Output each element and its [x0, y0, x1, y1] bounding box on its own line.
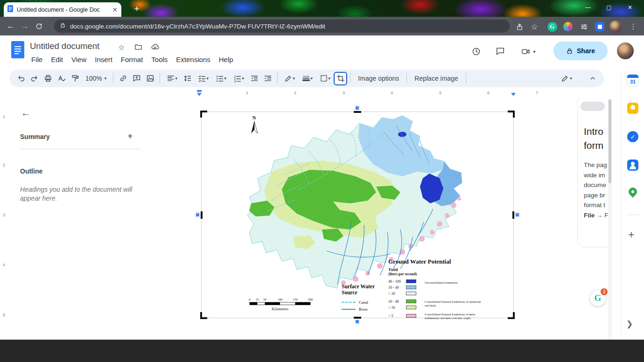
window-minimize-button[interactable]: —: [581, 4, 595, 11]
grammarly-extension-icon[interactable]: G: [546, 21, 558, 33]
hide-menus-button[interactable]: [586, 72, 599, 85]
add-comment-button[interactable]: [130, 72, 143, 85]
extension-sliders-icon[interactable]: [578, 21, 590, 33]
numbered-list-button[interactable]: 123▾: [230, 72, 247, 85]
menu-extensions[interactable]: Extensions: [172, 54, 214, 65]
svg-text:150: 150: [293, 298, 298, 301]
first-line-indent-marker[interactable]: [197, 90, 202, 92]
right-margin-marker[interactable]: [511, 93, 516, 96]
grammarly-floating-button[interactable]: G 3: [590, 290, 606, 306]
crop-handle-left[interactable]: [201, 211, 203, 219]
insert-link-button[interactable]: [116, 72, 130, 85]
forward-button[interactable]: →: [18, 19, 32, 33]
menu-edit[interactable]: Edit: [47, 54, 67, 65]
zoom-select[interactable]: 100%▾: [82, 72, 110, 85]
border-color-pen-button[interactable]: ▾: [280, 72, 298, 85]
decrease-indent-button[interactable]: [247, 72, 261, 85]
menu-insert[interactable]: Insert: [91, 54, 117, 65]
markup-pen-button[interactable]: ▾: [558, 72, 575, 85]
expand-panel-chevron-icon[interactable]: ❯: [626, 319, 633, 329]
side-document-panel[interactable]: Intro form The pag wide im docume page b…: [577, 98, 608, 247]
left-margin-marker[interactable]: [197, 93, 202, 96]
panel-text-fragment: File → F: [584, 210, 608, 221]
star-document-icon[interactable]: ☆: [118, 43, 125, 52]
undo-button[interactable]: [14, 72, 28, 85]
window-maximize-button[interactable]: ▢: [602, 4, 616, 11]
crop-handle-bottom-left[interactable]: [200, 312, 207, 319]
extension-colorful-icon[interactable]: [562, 21, 574, 33]
menu-help[interactable]: Help: [215, 54, 238, 65]
get-add-ons-button[interactable]: +: [628, 229, 634, 241]
menu-format[interactable]: Format: [117, 54, 147, 65]
resize-handle-top[interactable]: [355, 106, 359, 110]
legend-row: < 10: [388, 305, 416, 310]
join-call-button[interactable]: ▾: [515, 42, 541, 61]
resize-handle-left[interactable]: [196, 213, 200, 217]
crop-handle-top-right[interactable]: [508, 111, 515, 118]
line-spacing-button[interactable]: [181, 72, 194, 85]
add-summary-button[interactable]: +: [127, 131, 133, 142]
menu-tools[interactable]: Tools: [147, 54, 172, 65]
contacts-icon[interactable]: [626, 159, 639, 172]
menu-view[interactable]: View: [67, 54, 91, 65]
browser-profile-avatar[interactable]: [609, 21, 622, 33]
address-bar[interactable]: docs.google.com/document/d/16v-yClrzhA7c…: [54, 20, 510, 33]
calendar-icon[interactable]: 31: [626, 74, 639, 87]
print-button[interactable]: [41, 72, 55, 85]
new-tab-button[interactable]: +: [132, 4, 142, 14]
share-button[interactable]: Share: [553, 42, 608, 60]
cloud-status-icon[interactable]: [151, 43, 159, 53]
align-button[interactable]: ▾: [163, 72, 181, 85]
tab-close-icon[interactable]: ✕: [112, 7, 118, 13]
document-tab[interactable]: Untitled document - Google Doc ✕: [4, 2, 121, 17]
share-page-icon[interactable]: [513, 21, 525, 33]
redo-button[interactable]: [28, 72, 41, 85]
resize-handle-bottom[interactable]: [355, 320, 359, 324]
scrollbar-thumb[interactable]: [609, 99, 611, 183]
panel-scrollbar-thumb[interactable]: [581, 102, 605, 111]
document-outline-panel: ← Summary + Outline Headings you add to …: [9, 99, 152, 340]
tasks-icon[interactable]: ✓: [626, 130, 639, 143]
bulleted-list-button[interactable]: ▾: [212, 72, 230, 85]
bookmark-star-icon[interactable]: ☆: [528, 21, 540, 33]
increase-indent-button[interactable]: [261, 72, 274, 85]
keep-icon[interactable]: [626, 102, 639, 115]
crop-image-button[interactable]: [334, 72, 347, 85]
menu-file[interactable]: File: [27, 54, 47, 65]
grammarly-badge: 3: [601, 288, 608, 295]
checklist-button[interactable]: ▾: [194, 72, 212, 85]
selected-map-image[interactable]: N 0 25 50 100 150 200 Kilometers Ground …: [202, 112, 513, 318]
move-folder-icon[interactable]: [134, 43, 142, 53]
crop-handle-top[interactable]: [354, 111, 361, 113]
document-title[interactable]: Untitled document: [30, 41, 99, 51]
browser-tab-strip: Untitled document - Google Doc ✕ + — ▢ ✕: [0, 0, 644, 17]
insert-image-button[interactable]: [143, 72, 157, 85]
close-outline-back-arrow-icon[interactable]: ←: [21, 108, 30, 118]
reload-button[interactable]: [32, 19, 46, 33]
comment-history-icon[interactable]: [491, 42, 510, 61]
browser-menu-kebab-icon[interactable]: ⋮: [627, 21, 639, 33]
crop-handle-top-left[interactable]: [200, 111, 207, 118]
extension-blue-icon[interactable]: [594, 21, 606, 33]
crop-handle-right[interactable]: [512, 211, 514, 219]
resize-handle-right[interactable]: [515, 213, 519, 217]
ruler-mark: 6: [487, 90, 490, 95]
crop-handle-bottom[interactable]: [354, 317, 361, 319]
legend-row: < 5: [388, 313, 416, 318]
window-close-button[interactable]: ✕: [623, 4, 637, 11]
ruler-mark: 5: [439, 90, 441, 95]
svg-text:0: 0: [249, 298, 251, 301]
horizontal-ruler[interactable]: 1 2 3 4 5 6 7: [152, 89, 611, 99]
image-options-button[interactable]: Image options: [353, 72, 404, 85]
border-weight-button[interactable]: ▾: [298, 72, 316, 85]
docs-app-icon[interactable]: [11, 41, 25, 61]
back-button[interactable]: ←: [4, 19, 18, 33]
spelling-check-button[interactable]: [55, 72, 68, 85]
crop-handle-bottom-right[interactable]: [508, 312, 515, 319]
account-avatar[interactable]: [617, 42, 634, 59]
replace-image-button[interactable]: Replace image: [410, 72, 462, 85]
border-dash-button[interactable]: ▾: [316, 72, 334, 85]
version-history-icon[interactable]: [467, 42, 485, 61]
maps-icon[interactable]: [626, 187, 639, 200]
paint-format-button[interactable]: [68, 72, 82, 85]
